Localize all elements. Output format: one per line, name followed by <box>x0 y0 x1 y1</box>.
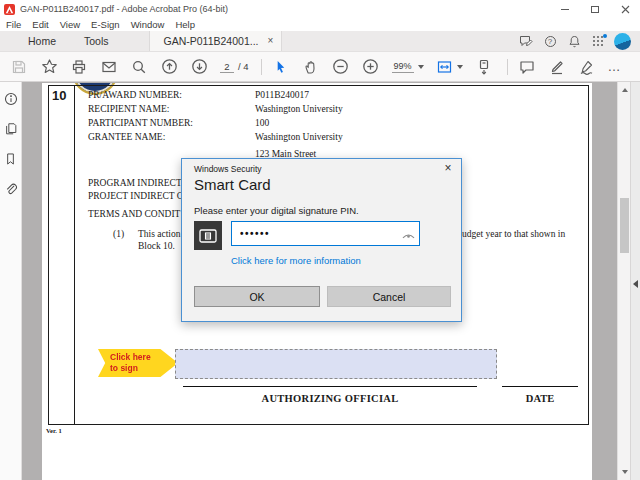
dialog-heading: Smart Card <box>194 176 271 193</box>
help-icon[interactable]: ? <box>538 36 562 47</box>
highlight-pen-icon[interactable] <box>548 58 566 76</box>
menu-view[interactable]: View <box>60 19 80 30</box>
windows-security-dialog: Windows Security × Smart Card Please ent… <box>181 158 462 322</box>
notifications-bell-icon[interactable] <box>562 35 586 48</box>
signature-line <box>183 386 477 387</box>
document-info-icon[interactable] <box>2 90 20 108</box>
fit-width-widget[interactable] <box>436 59 463 75</box>
more-tools-icon[interactable]: … <box>608 59 622 74</box>
favorite-star-icon[interactable] <box>40 58 58 76</box>
section-heading: PROJECT INDIRECT C <box>88 191 183 201</box>
tools-panel-strip <box>630 82 640 480</box>
apps-grid-icon[interactable] <box>586 36 610 47</box>
reveal-password-eye-icon[interactable] <box>402 227 415 245</box>
page-number-input[interactable]: 2 <box>220 61 234 73</box>
clause-text-line2: Block 10. <box>138 241 175 251</box>
field-label: PARTICIPANT NUMBER: <box>88 118 193 128</box>
zoom-in-icon[interactable] <box>362 58 380 76</box>
pin-input[interactable] <box>231 221 420 246</box>
user-avatar[interactable] <box>610 33 634 50</box>
save-icon[interactable] <box>10 58 28 76</box>
cancel-button[interactable]: Cancel <box>327 286 451 307</box>
zoom-out-icon[interactable] <box>332 58 350 76</box>
page-thumbnails-icon[interactable] <box>2 120 20 138</box>
sign-pen-icon[interactable] <box>578 58 596 76</box>
print-icon[interactable] <box>70 58 88 76</box>
main-toolbar: 2 / 4 99% <box>0 52 640 82</box>
more-information-link[interactable]: Click here for more information <box>231 255 361 266</box>
ok-button[interactable]: OK <box>194 286 320 307</box>
comment-icon[interactable] <box>518 58 536 76</box>
section-heading: PROGRAM INDIRECT <box>88 178 182 188</box>
apps-notification-dot <box>603 34 607 38</box>
section-heading: TERMS AND CONDIT <box>88 209 180 219</box>
zoom-level-value[interactable]: 99% <box>392 61 414 73</box>
tab-document[interactable]: GAN-P011B24001... × <box>149 31 283 51</box>
menu-esign[interactable]: E-Sign <box>91 19 120 30</box>
menu-help[interactable]: Help <box>175 19 195 30</box>
tab-tools[interactable]: Tools <box>70 31 123 51</box>
tab-strip: Home Tools GAN-P011B24001... × ? <box>0 31 640 52</box>
signature-field[interactable] <box>175 349 497 379</box>
clause-text-right: udget year to that shown in <box>462 229 565 239</box>
scrolling-mode-icon[interactable] <box>475 58 493 76</box>
block-number: 10 <box>52 88 66 103</box>
field-label: PR/AWARD NUMBER: <box>88 90 182 100</box>
next-page-icon[interactable] <box>190 58 208 76</box>
toolbar-divider <box>507 59 508 75</box>
previous-page-icon[interactable] <box>160 58 178 76</box>
toolbar-divider <box>261 59 262 75</box>
field-label: RECIPIENT NAME: <box>88 104 169 114</box>
field-value: P011B240017 <box>255 90 309 100</box>
menu-file[interactable]: File <box>6 19 21 30</box>
chevron-down-icon <box>418 65 424 69</box>
hand-tool-icon[interactable] <box>302 58 320 76</box>
tab-home[interactable]: Home <box>14 31 70 51</box>
date-line <box>502 386 578 387</box>
zoom-level-widget[interactable]: 99% <box>392 61 424 73</box>
field-value: Washington University <box>255 132 343 142</box>
version-label: Ver. 1 <box>46 427 62 434</box>
dialog-close-icon[interactable]: × <box>441 161 455 175</box>
navigation-sidebar <box>0 82 22 480</box>
attachments-paperclip-icon[interactable] <box>2 180 20 198</box>
table-column-divider <box>74 85 75 425</box>
date-label: DATE <box>502 393 578 404</box>
minimize-button[interactable] <box>550 0 580 18</box>
pin-prompt-text: Please enter your digital signature PIN. <box>194 205 359 216</box>
acrobat-window: GAN-P011B240017.pdf - Adobe Acrobat Pro … <box>0 0 640 480</box>
dialog-title: Windows Security <box>194 164 262 174</box>
field-value: Washington University <box>255 104 343 114</box>
close-button[interactable] <box>610 0 640 18</box>
select-tool-icon[interactable] <box>272 58 290 76</box>
search-icon[interactable] <box>130 58 148 76</box>
scrollbar-thumb[interactable] <box>620 198 629 253</box>
acrobat-app-icon <box>4 4 15 15</box>
page-number-widget: 2 / 4 <box>220 61 249 73</box>
field-label: GRANTEE NAME: <box>88 132 165 142</box>
authorizing-official-label: AUTHORIZING OFFICIAL <box>183 393 477 404</box>
title-bar: GAN-P011B240017.pdf - Adobe Acrobat Pro … <box>0 0 640 18</box>
field-value: 100 <box>255 118 269 128</box>
page-total-label: / 4 <box>238 61 249 72</box>
menu-edit[interactable]: Edit <box>32 19 48 30</box>
clause-number: (1) <box>113 229 124 239</box>
tab-close-icon[interactable]: × <box>267 36 273 46</box>
chevron-down-icon <box>457 65 463 69</box>
menu-window[interactable]: Window <box>131 19 165 30</box>
menu-bar: File Edit View E-Sign Window Help <box>0 18 640 31</box>
window-title: GAN-P011B240017.pdf - Adobe Acrobat Pro … <box>20 4 228 14</box>
email-icon[interactable] <box>100 58 118 76</box>
bookmarks-icon[interactable] <box>2 150 20 168</box>
expand-panel-icon[interactable] <box>633 280 638 288</box>
tab-document-label: GAN-P011B24001... <box>164 35 259 47</box>
feedback-icon[interactable] <box>514 35 538 48</box>
maximize-button[interactable] <box>580 0 610 18</box>
smart-card-icon <box>194 221 222 250</box>
vertical-scrollbar[interactable] <box>617 82 630 480</box>
